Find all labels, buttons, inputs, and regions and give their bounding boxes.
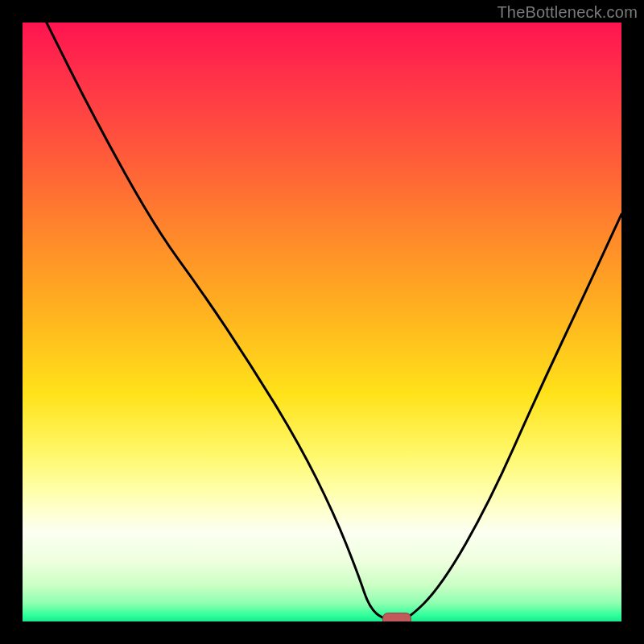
plot-area — [23, 23, 621, 621]
bottleneck-curve — [23, 23, 621, 621]
optimal-marker — [382, 613, 411, 621]
chart-container: TheBottleneck.com — [0, 0, 644, 644]
attribution-text: TheBottleneck.com — [497, 3, 638, 22]
